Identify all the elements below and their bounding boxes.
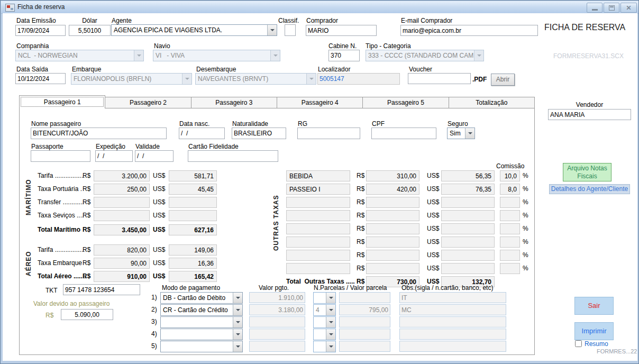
aereo-taxa-embarque-rs-field[interactable] — [94, 258, 150, 269]
outras-taxa-us-field[interactable] — [441, 250, 495, 261]
tipo-categoria-select: 333 - CCCC (STANDARD COM CAM — [366, 50, 484, 61]
outras-taxa-rs-field[interactable] — [366, 170, 419, 181]
outras-taxa-comissao-field[interactable] — [500, 223, 520, 234]
minimize-button[interactable] — [587, 3, 603, 13]
data-saida-field[interactable] — [15, 73, 66, 84]
payment-modo-select-3[interactable] — [160, 316, 243, 328]
dolar-field[interactable] — [69, 25, 111, 36]
outras-taxa-nome-field[interactable] — [286, 184, 350, 195]
outras-taxa-us-field[interactable] — [441, 210, 495, 221]
outras-taxa-comissao-field[interactable] — [500, 184, 520, 195]
outras-taxa-rs-field[interactable] — [366, 236, 419, 248]
outras-taxa-comissao-field[interactable] — [500, 197, 520, 208]
outras-taxa-us-field[interactable] — [441, 170, 495, 181]
payment-modo-select-4[interactable] — [160, 329, 243, 340]
classif-field[interactable] — [285, 24, 296, 36]
chevron-down-icon — [270, 50, 280, 61]
outras-taxa-comissao-field[interactable] — [500, 170, 520, 181]
maritimo-taxa-servicos-us-field[interactable] — [169, 210, 217, 221]
outras-taxa-nome-field[interactable] — [286, 236, 350, 248]
tab-totalizacao[interactable]: Totalização — [449, 97, 535, 108]
data-nasc-field[interactable] — [179, 128, 225, 139]
outras-taxa-nome-field[interactable] — [286, 223, 350, 234]
outras-taxa-us-field[interactable] — [441, 263, 495, 274]
payment-modo-select-5[interactable] — [160, 341, 243, 352]
aereo-total-us-field — [169, 271, 217, 282]
sair-button[interactable]: Sair — [574, 297, 614, 315]
cartao-fidelidade-field[interactable] — [188, 150, 278, 162]
maritimo-tarifa-rs-field[interactable] — [94, 170, 150, 181]
validade-field[interactable] — [135, 150, 174, 162]
naturalidade-field[interactable] — [232, 128, 286, 139]
agente-select[interactable]: AGENCIA EPICA DE VIAGENS LTDA. — [111, 24, 277, 36]
voucher-field[interactable] — [408, 73, 471, 84]
outras-taxa-comissao-field[interactable] — [500, 263, 520, 274]
maritimo-transfer-us-field[interactable] — [169, 197, 217, 208]
percent-label: % — [523, 212, 528, 219]
passaporte-field[interactable] — [31, 150, 90, 162]
arquivo-notas-fiscais-button[interactable]: Arquivo Notas Fiscais — [563, 163, 611, 181]
close-button[interactable]: ✕ — [620, 3, 637, 13]
rg-field[interactable] — [297, 128, 360, 139]
outras-taxa-nome-field[interactable] — [286, 263, 350, 274]
email-comprador-field[interactable] — [400, 25, 538, 36]
seguro-select[interactable]: Sim — [447, 128, 475, 139]
aereo-tarifa-us-field[interactable] — [169, 244, 217, 256]
outras-taxa-nome-field[interactable] — [286, 250, 350, 261]
tab-passageiro-3[interactable]: Passageiro 3 — [191, 97, 277, 108]
data-emissao-field[interactable] — [15, 25, 66, 36]
maximize-button[interactable] — [604, 3, 619, 13]
vendedor-field[interactable] — [548, 109, 631, 120]
outras-taxa-us-field[interactable] — [441, 236, 495, 248]
tab-passageiro-1[interactable]: Passageiro 1 — [19, 95, 105, 108]
cpf-label: CPF — [372, 120, 385, 128]
outras-taxa-nome-field[interactable] — [286, 210, 350, 221]
payment-obs-field — [399, 292, 506, 303]
outras-taxa-rs-field[interactable] — [366, 197, 419, 208]
maritimo-taxa-portuaria-rs-field[interactable] — [94, 184, 150, 195]
aereo-taxa-embarque-us-field[interactable] — [169, 258, 217, 269]
outras-taxa-comissao-field[interactable] — [500, 210, 520, 221]
comprador-field[interactable] — [306, 25, 377, 36]
payment-modo-select-2[interactable]: CR - Cartão de Crédito — [160, 304, 243, 316]
currency-us-label: US$ — [427, 185, 439, 193]
outras-taxa-rs-field[interactable] — [366, 210, 419, 221]
payment-modo-select-1[interactable]: DB - Cartão de Débito — [160, 292, 243, 304]
outras-taxa-nome-field[interactable] — [286, 170, 350, 181]
imprimir-button[interactable]: Imprimir — [574, 322, 614, 340]
seguro-label: Seguro — [448, 120, 468, 128]
aereo-tarifa-rs-field[interactable] — [94, 244, 150, 256]
outras-taxa-rs-field[interactable] — [366, 263, 419, 274]
nome-passageiro-field[interactable] — [31, 128, 167, 139]
outras-taxa-rs-field[interactable] — [366, 223, 419, 234]
maritimo-tarifa-us-field[interactable] — [169, 170, 217, 181]
outras-taxa-comissao-field[interactable] — [500, 236, 520, 248]
tab-passageiro-2[interactable]: Passageiro 2 — [105, 97, 191, 108]
detalhes-agente-cliente-button[interactable]: Detalhes do Agente/Cliente — [549, 184, 630, 194]
title-bar: Ficha de reserva ✕ — [1, 1, 639, 14]
outras-taxa-us-field[interactable] — [441, 223, 495, 234]
outras-taxa-us-field[interactable] — [441, 197, 495, 208]
abrir-button[interactable]: Abrir — [491, 74, 515, 86]
maritimo-taxa-portuaria-us-field[interactable] — [169, 184, 217, 195]
maritimo-taxa-servicos-rs-field[interactable] — [94, 210, 150, 221]
chevron-down-icon — [233, 317, 242, 327]
tab-passageiro-5[interactable]: Passageiro 5 — [363, 97, 449, 108]
currency-rs-label: R$ — [357, 238, 364, 245]
outras-taxa-nome-field[interactable] — [286, 197, 350, 208]
agente-value: AGENCIA EPICA DE VIAGENS LTDA. — [112, 26, 267, 34]
outras-taxa-rs-field[interactable] — [366, 250, 419, 261]
cabine-field[interactable] — [328, 50, 360, 61]
tkt-field[interactable] — [63, 284, 140, 295]
resumo-checkbox[interactable] — [575, 340, 582, 347]
currency-us-label: US$ — [427, 238, 439, 245]
cpf-field[interactable] — [371, 128, 436, 139]
outras-taxa-rs-field[interactable] — [366, 184, 419, 195]
tab-passageiro-4[interactable]: Passageiro 4 — [277, 97, 363, 108]
outras-taxa-comissao-field[interactable] — [500, 250, 520, 261]
outras-taxa-us-field[interactable] — [441, 184, 495, 195]
chevron-down-icon — [182, 74, 191, 84]
expedicao-field[interactable] — [95, 150, 133, 162]
companhia-label: Companhia — [16, 42, 49, 50]
maritimo-transfer-rs-field[interactable] — [94, 197, 150, 208]
